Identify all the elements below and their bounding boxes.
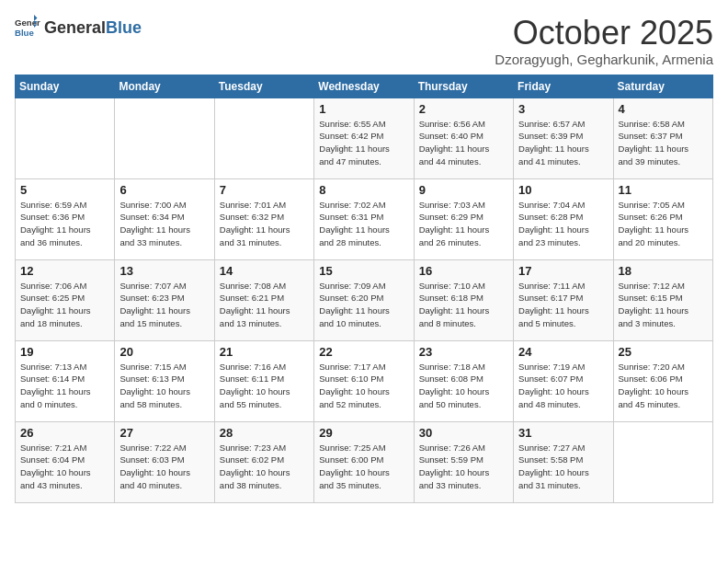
calendar-day-cell: 31Sunrise: 7:27 AMSunset: 5:58 PMDayligh… [514,421,613,502]
day-info: Sunrise: 6:59 AMSunset: 6:36 PMDaylight:… [20,199,109,249]
day-number: 15 [319,264,408,278]
calendar-week-row: 19Sunrise: 7:13 AMSunset: 6:14 PMDayligh… [16,340,713,421]
day-info: Sunrise: 7:18 AMSunset: 6:08 PMDaylight:… [419,361,508,411]
calendar-week-row: 1Sunrise: 6:55 AMSunset: 6:42 PMDaylight… [16,98,713,178]
day-number: 31 [518,426,608,440]
logo-blue-text: Blue [106,18,142,38]
calendar-week-row: 5Sunrise: 6:59 AMSunset: 6:36 PMDaylight… [16,178,713,259]
weekday-header-cell: Thursday [414,75,513,98]
day-number: 14 [220,264,309,278]
day-info: Sunrise: 7:10 AMSunset: 6:18 PMDaylight:… [419,280,508,330]
day-number: 25 [619,345,708,359]
calendar-day-cell: 9Sunrise: 7:03 AMSunset: 6:29 PMDaylight… [414,178,513,259]
day-number: 12 [20,264,109,278]
day-info: Sunrise: 7:11 AMSunset: 6:17 PMDaylight:… [518,280,608,330]
calendar-body: 1Sunrise: 6:55 AMSunset: 6:42 PMDaylight… [16,98,713,502]
day-number: 2 [419,102,508,116]
day-info: Sunrise: 7:26 AMSunset: 5:59 PMDaylight:… [419,442,508,492]
day-number: 30 [419,426,508,440]
day-info: Sunrise: 6:58 AMSunset: 6:37 PMDaylight:… [619,118,708,168]
calendar-day-cell: 7Sunrise: 7:01 AMSunset: 6:32 PMDaylight… [214,178,313,259]
day-info: Sunrise: 7:12 AMSunset: 6:15 PMDaylight:… [619,280,708,330]
day-info: Sunrise: 7:00 AMSunset: 6:34 PMDaylight:… [119,199,209,249]
svg-text:General: General [15,17,40,28]
calendar-day-cell: 20Sunrise: 7:15 AMSunset: 6:13 PMDayligh… [115,340,214,421]
calendar-title: October 2025 [495,15,713,52]
weekday-header-cell: Tuesday [214,75,313,98]
day-info: Sunrise: 7:25 AMSunset: 6:00 PMDaylight:… [319,442,408,492]
calendar-week-row: 12Sunrise: 7:06 AMSunset: 6:25 PMDayligh… [16,259,713,340]
calendar-day-cell: 4Sunrise: 6:58 AMSunset: 6:37 PMDaylight… [613,98,712,178]
day-number: 18 [619,264,708,278]
day-info: Sunrise: 7:05 AMSunset: 6:26 PMDaylight:… [619,199,708,249]
calendar-day-cell: 8Sunrise: 7:02 AMSunset: 6:31 PMDaylight… [314,178,414,259]
calendar-day-cell [613,421,712,502]
calendar-day-cell: 13Sunrise: 7:07 AMSunset: 6:23 PMDayligh… [115,259,214,340]
weekday-header-row: SundayMondayTuesdayWednesdayThursdayFrid… [16,75,713,98]
logo-icon: General Blue [15,15,40,40]
calendar-day-cell: 18Sunrise: 7:12 AMSunset: 6:15 PMDayligh… [613,259,712,340]
day-number: 8 [319,183,408,197]
calendar-day-cell [16,98,115,178]
day-info: Sunrise: 7:07 AMSunset: 6:23 PMDaylight:… [119,280,209,330]
day-number: 22 [319,345,408,359]
calendar-day-cell: 24Sunrise: 7:19 AMSunset: 6:07 PMDayligh… [514,340,613,421]
day-number: 19 [20,345,109,359]
day-info: Sunrise: 6:56 AMSunset: 6:40 PMDaylight:… [419,118,508,168]
day-info: Sunrise: 7:06 AMSunset: 6:25 PMDaylight:… [20,280,109,330]
weekday-header-cell: Sunday [16,75,115,98]
calendar-day-cell: 21Sunrise: 7:16 AMSunset: 6:11 PMDayligh… [214,340,313,421]
day-number: 7 [220,183,309,197]
calendar-day-cell: 14Sunrise: 7:08 AMSunset: 6:21 PMDayligh… [214,259,313,340]
day-number: 16 [419,264,508,278]
calendar-day-cell: 22Sunrise: 7:17 AMSunset: 6:10 PMDayligh… [314,340,414,421]
calendar-day-cell: 27Sunrise: 7:22 AMSunset: 6:03 PMDayligh… [115,421,214,502]
day-number: 13 [119,264,209,278]
day-number: 23 [419,345,508,359]
day-info: Sunrise: 7:21 AMSunset: 6:04 PMDaylight:… [20,442,109,492]
calendar-day-cell: 25Sunrise: 7:20 AMSunset: 6:06 PMDayligh… [613,340,712,421]
calendar-day-cell [115,98,214,178]
calendar-day-cell: 1Sunrise: 6:55 AMSunset: 6:42 PMDaylight… [314,98,414,178]
weekday-header-cell: Saturday [613,75,712,98]
calendar-subtitle: Dzoragyugh, Gegharkunik, Armenia [495,52,713,67]
day-number: 26 [20,426,109,440]
day-info: Sunrise: 7:23 AMSunset: 6:02 PMDaylight:… [220,442,309,492]
calendar-day-cell: 28Sunrise: 7:23 AMSunset: 6:02 PMDayligh… [214,421,313,502]
weekday-header-cell: Monday [115,75,214,98]
day-info: Sunrise: 7:03 AMSunset: 6:29 PMDaylight:… [419,199,508,249]
day-number: 11 [619,183,708,197]
day-info: Sunrise: 7:16 AMSunset: 6:11 PMDaylight:… [220,361,309,411]
day-info: Sunrise: 7:17 AMSunset: 6:10 PMDaylight:… [319,361,408,411]
calendar-day-cell: 26Sunrise: 7:21 AMSunset: 6:04 PMDayligh… [16,421,115,502]
day-number: 17 [518,264,608,278]
weekday-header-cell: Friday [514,75,613,98]
calendar-day-cell: 6Sunrise: 7:00 AMSunset: 6:34 PMDaylight… [115,178,214,259]
calendar-day-cell: 11Sunrise: 7:05 AMSunset: 6:26 PMDayligh… [613,178,712,259]
calendar-day-cell [214,98,313,178]
day-info: Sunrise: 7:20 AMSunset: 6:06 PMDaylight:… [619,361,708,411]
calendar-day-cell: 23Sunrise: 7:18 AMSunset: 6:08 PMDayligh… [414,340,513,421]
day-number: 10 [518,183,608,197]
calendar-day-cell: 12Sunrise: 7:06 AMSunset: 6:25 PMDayligh… [16,259,115,340]
page-header: General Blue GeneralBlue October 2025 Dz… [15,15,713,67]
day-info: Sunrise: 7:01 AMSunset: 6:32 PMDaylight:… [220,199,309,249]
day-info: Sunrise: 7:08 AMSunset: 6:21 PMDaylight:… [220,280,309,330]
day-info: Sunrise: 7:13 AMSunset: 6:14 PMDaylight:… [20,361,109,411]
day-info: Sunrise: 7:09 AMSunset: 6:20 PMDaylight:… [319,280,408,330]
day-number: 28 [220,426,309,440]
day-number: 29 [319,426,408,440]
calendar-day-cell: 29Sunrise: 7:25 AMSunset: 6:00 PMDayligh… [314,421,414,502]
day-number: 3 [518,102,608,116]
day-info: Sunrise: 7:04 AMSunset: 6:28 PMDaylight:… [518,199,608,249]
calendar-day-cell: 15Sunrise: 7:09 AMSunset: 6:20 PMDayligh… [314,259,414,340]
calendar-day-cell: 2Sunrise: 6:56 AMSunset: 6:40 PMDaylight… [414,98,513,178]
logo-general-text: General [44,18,106,38]
day-info: Sunrise: 7:15 AMSunset: 6:13 PMDaylight:… [119,361,209,411]
calendar-day-cell: 30Sunrise: 7:26 AMSunset: 5:59 PMDayligh… [414,421,513,502]
day-number: 20 [119,345,209,359]
day-number: 4 [619,102,708,116]
day-info: Sunrise: 7:02 AMSunset: 6:31 PMDaylight:… [319,199,408,249]
day-info: Sunrise: 6:57 AMSunset: 6:39 PMDaylight:… [518,118,608,168]
day-number: 24 [518,345,608,359]
